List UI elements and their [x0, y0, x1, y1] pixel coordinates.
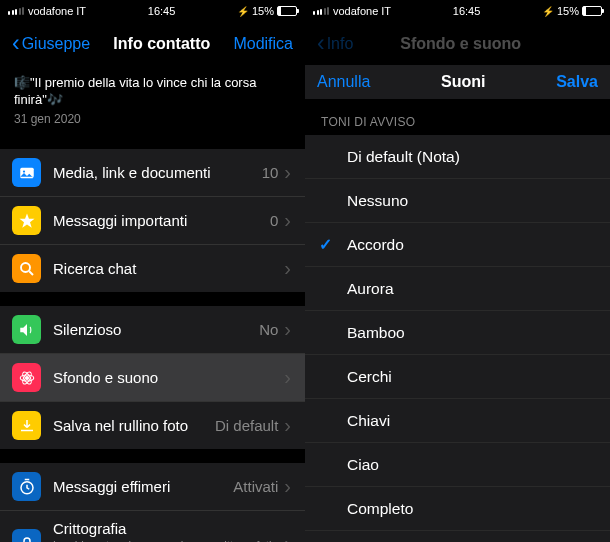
tone-row[interactable]: ✓Accordo	[305, 223, 610, 267]
tones-list: Di default (Nota)Nessuno✓AccordoAuroraBa…	[305, 135, 610, 542]
nav-bar: ‹ Giuseppe Info contatto Modifica	[0, 22, 305, 65]
mute-label: Silenzioso	[53, 321, 259, 338]
battery-pct: 15%	[557, 5, 579, 17]
tone-row[interactable]: Ciao	[305, 443, 610, 487]
photos-icon	[12, 158, 41, 187]
tone-row[interactable]: Nessuno	[305, 179, 610, 223]
quote-date: 31 gen 2020	[14, 112, 291, 128]
tone-row[interactable]: Aurora	[305, 267, 610, 311]
tone-label: Accordo	[347, 236, 404, 254]
search-icon	[12, 254, 41, 283]
svg-point-1	[22, 170, 24, 172]
tone-row[interactable]: Bamboo	[305, 311, 610, 355]
chevron-left-icon: ‹	[12, 30, 20, 57]
signal-icon	[8, 7, 24, 15]
back-label: Giuseppe	[22, 35, 91, 53]
disappear-label: Messaggi effimeri	[53, 478, 233, 495]
status-bar: vodafone IT 16:45 ⚡ 15%	[305, 0, 610, 22]
cancel-button[interactable]: Annulla	[317, 73, 370, 91]
quote-text: 🎼"Il premio della vita lo vince chi la c…	[14, 75, 291, 109]
chevron-right-icon: ›	[284, 257, 291, 280]
disappearing-row[interactable]: Messaggi effimeri Attivati ›	[0, 463, 305, 511]
chevron-right-icon: ›	[284, 318, 291, 341]
back-button[interactable]: ‹ Giuseppe	[12, 30, 90, 57]
mute-row[interactable]: Silenzioso No ›	[0, 306, 305, 354]
tone-row[interactable]: Di default (Nota)	[305, 135, 610, 179]
mute-value: No	[259, 321, 278, 338]
carrier-label: vodafone IT	[333, 5, 391, 17]
battery-icon	[277, 6, 297, 16]
chevron-left-icon: ‹	[317, 30, 325, 57]
charging-icon: ⚡	[237, 6, 249, 17]
chevron-right-icon: ›	[284, 161, 291, 184]
starred-label: Messaggi importanti	[53, 212, 270, 229]
star-icon	[12, 206, 41, 235]
tone-label: Aurora	[347, 280, 394, 298]
disappear-value: Attivati	[233, 478, 278, 495]
sounds-screen: vodafone IT 16:45 ⚡ 15% ‹ Info Sfondo e …	[305, 0, 610, 542]
wallpaper-sound-row[interactable]: Sfondo e suono ›	[0, 354, 305, 402]
time-label: 16:45	[453, 5, 481, 17]
tone-label: Di default (Nota)	[347, 148, 460, 166]
download-icon	[12, 411, 41, 440]
tone-row[interactable]: Completo	[305, 487, 610, 531]
crypto-label: Crittografia	[53, 520, 284, 537]
contact-info-screen: vodafone IT 16:45 ⚡ 15% ‹ Giuseppe Info …	[0, 0, 305, 542]
tone-row[interactable]: Impulso	[305, 531, 610, 542]
search-label: Ricerca chat	[53, 260, 284, 277]
timer-icon	[12, 472, 41, 501]
chevron-right-icon: ›	[284, 209, 291, 232]
speaker-icon	[12, 315, 41, 344]
tone-row[interactable]: Chiavi	[305, 399, 610, 443]
modal-nav-bar: Annulla Suoni Salva	[305, 65, 610, 99]
save-button[interactable]: Salva	[556, 73, 598, 91]
edit-button[interactable]: Modifica	[233, 35, 293, 53]
charging-icon: ⚡	[542, 6, 554, 17]
tone-label: Ciao	[347, 456, 379, 474]
modal-title: Suoni	[441, 73, 485, 91]
under-title: Sfondo e suono	[400, 35, 521, 53]
starred-row[interactable]: Messaggi importanti 0 ›	[0, 197, 305, 245]
signal-icon	[313, 7, 329, 15]
under-back-label: Info	[327, 35, 354, 53]
chevron-right-icon: ›	[284, 414, 291, 437]
tone-label: Chiavi	[347, 412, 390, 430]
atom-icon	[12, 363, 41, 392]
chevron-right-icon: ›	[284, 366, 291, 389]
tone-label: Completo	[347, 500, 413, 518]
battery-icon	[582, 6, 602, 16]
chevron-right-icon: ›	[284, 475, 291, 498]
nav-title: Info contatto	[113, 35, 210, 53]
starred-count: 0	[270, 212, 278, 229]
tone-label: Bamboo	[347, 324, 405, 342]
check-icon: ✓	[319, 235, 332, 254]
time-label: 16:45	[148, 5, 176, 17]
battery-pct: 15%	[252, 5, 274, 17]
underlying-nav-bar: ‹ Info Sfondo e suono	[305, 22, 610, 65]
search-chat-row[interactable]: Ricerca chat ›	[0, 245, 305, 292]
tone-row[interactable]: Cerchi	[305, 355, 610, 399]
status-quote: 🎼"Il premio della vita lo vince chi la c…	[0, 65, 305, 135]
media-count: 10	[262, 164, 279, 181]
carrier-label: vodafone IT	[28, 5, 86, 17]
media-label: Media, link e documenti	[53, 164, 262, 181]
section-header: TONI DI AVVISO	[305, 99, 610, 135]
encryption-row[interactable]: Crittografia Le chiamate e i messaggi so…	[0, 511, 305, 542]
lock-icon	[12, 529, 41, 542]
media-row[interactable]: Media, link e documenti 10 ›	[0, 149, 305, 197]
chevron-right-icon: ›	[284, 532, 291, 542]
save-value: Di default	[215, 417, 278, 434]
svg-point-2	[21, 263, 30, 272]
svg-point-3	[25, 376, 28, 379]
tone-label: Cerchi	[347, 368, 392, 386]
tone-label: Nessuno	[347, 192, 408, 210]
save-camera-row[interactable]: Salva nel rullino foto Di default ›	[0, 402, 305, 449]
status-bar: vodafone IT 16:45 ⚡ 15%	[0, 0, 305, 22]
wallpaper-label: Sfondo e suono	[53, 369, 284, 386]
save-label: Salva nel rullino foto	[53, 417, 215, 434]
